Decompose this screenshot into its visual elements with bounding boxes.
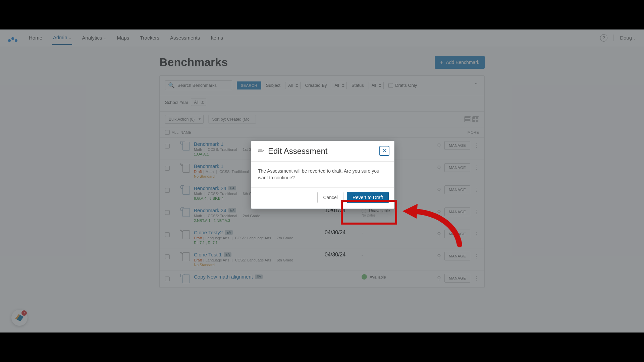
sort-prefix: Sort by: [212,117,226,122]
row-checkbox[interactable] [165,188,170,193]
benchmark-standards: No Standard [194,263,325,267]
collapse-filters-icon[interactable]: ⌃ [474,82,478,87]
row-checkbox[interactable] [165,254,170,259]
row-menu-icon[interactable]: ⋮ [474,142,479,149]
col-more-label: MORE [435,130,479,134]
table-row: Copy New math alignmentEAAvailable⚲MANAG… [160,270,484,288]
schoolyear-select[interactable]: All [191,99,206,106]
status-cell: - [362,230,435,236]
pin-icon[interactable]: ⚲ [437,209,441,215]
user-menu[interactable]: Doug⌄ [620,35,636,41]
ea-badge: EA [224,252,231,257]
status-dot-unavailable-icon [362,208,366,213]
select-all-header[interactable]: ALL [165,130,180,135]
nav-assessments[interactable]: Assessments [169,31,201,45]
row-menu-icon[interactable]: ⋮ [474,253,479,259]
chevron-down-icon: ⌄ [69,36,71,40]
checkbox-icon [388,83,393,88]
chevron-down-icon: ⌄ [633,37,636,40]
checkbox-icon [165,130,170,135]
status-dot-available-icon [362,274,367,280]
created-date: 04/30/24 [325,230,362,236]
grid-view-icon[interactable] [472,116,479,122]
status-label: Status [352,83,364,88]
benchmark-title-link[interactable]: Copy New math alignmentEA [194,274,325,280]
subject-select[interactable]: All [285,82,300,89]
status-cell: - [362,252,435,258]
manage-button[interactable]: MANAGE [444,163,470,172]
drafts-only-toggle[interactable]: Drafts Only [388,83,417,88]
cancel-button[interactable]: Cancel [317,192,343,203]
nav-analytics[interactable]: Analytics⌄ [82,31,107,45]
edit-assessment-modal: ✎ Edit Assessment ✕ The Assessment will … [251,141,394,209]
manage-button[interactable]: MANAGE [444,230,470,238]
pin-icon[interactable]: ⚲ [437,142,441,149]
top-nav: Home Admin⌄ Analytics⌄ Maps Trackers Ass… [0,29,644,46]
notifications-bubble[interactable]: 7 [11,310,28,326]
nav-home[interactable]: Home [28,31,43,45]
row-menu-icon[interactable]: ⋮ [474,187,479,193]
bulk-action-select[interactable]: Bulk Action (0) [165,115,204,124]
revert-to-draft-button[interactable]: Revert to Draft [347,192,389,203]
benchmark-standards: 2.NBT.A.1 , 2.NBT.A.3 [194,219,325,223]
user-name: Doug [620,35,632,41]
row-checkbox[interactable] [165,166,170,171]
nav-trackers[interactable]: Trackers [139,31,160,45]
createdby-label: Created By [305,83,327,88]
divider [613,35,614,41]
manage-button[interactable]: MANAGE [444,252,470,260]
help-icon[interactable]: ? [600,34,607,42]
locked-doc-icon [180,141,192,151]
pin-icon[interactable]: ⚲ [437,275,441,282]
nav-items[interactable]: Items [210,31,224,45]
pin-icon[interactable]: ⚲ [437,253,441,259]
chevron-down-icon: ⌄ [104,37,106,40]
pin-icon[interactable]: ⚲ [437,187,441,193]
row-checkbox[interactable] [165,210,170,215]
search-field[interactable]: 🔍 [165,80,232,90]
row-checkbox[interactable] [165,232,170,237]
app-logo[interactable] [8,34,20,42]
manage-button[interactable]: MANAGE [444,274,470,283]
nav-maps[interactable]: Maps [116,31,130,45]
filters-row: 🔍 SEARCH Subject All Created By All Stat… [160,76,484,95]
row-menu-icon[interactable]: ⋮ [474,231,479,237]
search-button[interactable]: SEARCH [237,81,261,89]
manage-button[interactable]: MANAGE [444,141,470,150]
nav-admin[interactable]: Admin⌄ [52,31,72,45]
sort-select[interactable]: Sort by: Created (Mo [208,115,256,124]
row-checkbox[interactable] [165,277,170,281]
benchmark-title-link[interactable]: Clone Testy2EA [194,230,325,235]
draft-doc-icon [180,163,192,173]
letterbox: Home Admin⌄ Analytics⌄ Maps Trackers Ass… [0,0,644,362]
locked-doc-icon [180,185,192,195]
ea-badge: EA [225,230,232,235]
benchmark-title-link[interactable]: Clone Test 1EA [194,252,325,257]
created-date: 04/30/24 [325,252,362,258]
modal-body-text: The Assessment will be reverted to draft… [251,162,394,187]
row-menu-icon[interactable]: ⋮ [474,165,479,171]
list-toolbar: Bulk Action (0) Sort by: Created (Mo [160,112,484,127]
table-row: Clone Test 1EADraft|Language Arts | CCSS… [160,248,484,270]
pin-icon[interactable]: ⚲ [437,165,441,171]
list-view-icon[interactable] [464,116,471,122]
row-menu-icon[interactable]: ⋮ [474,275,479,282]
status-select[interactable]: All [369,82,384,89]
search-input[interactable] [177,83,229,88]
pencil-icon: ✎ [256,146,266,156]
topbar-right: ? Doug⌄ [600,34,636,42]
pin-icon[interactable]: ⚲ [437,231,441,237]
status-cell: Available [362,274,435,280]
benchmark-meta: Math | CCSS: Traditional | 2nd Grade [194,214,325,218]
locked-doc-icon [180,207,192,218]
add-benchmark-button[interactable]: +Add Benchmark [435,56,485,69]
row-menu-icon[interactable]: ⋮ [474,209,479,215]
col-all-label: ALL [172,130,178,134]
row-checkbox[interactable] [165,144,170,148]
modal-title: Edit Assessment [268,146,327,156]
manage-button[interactable]: MANAGE [444,207,470,216]
modal-close-button[interactable]: ✕ [379,146,389,156]
createdby-select[interactable]: All [332,82,347,89]
manage-button[interactable]: MANAGE [444,185,470,194]
status-cell: UnavailableNo Dates [362,207,435,217]
